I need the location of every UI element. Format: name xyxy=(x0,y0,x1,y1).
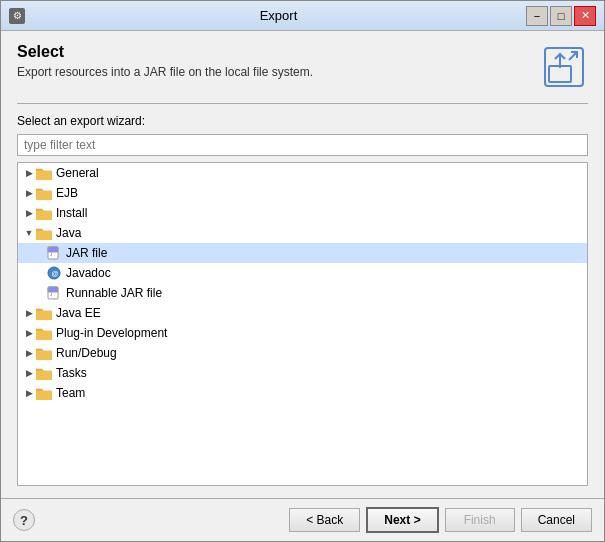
folder-icon-tasks xyxy=(36,365,52,381)
export-window: ⚙ Export − □ ✕ Select Export resources i… xyxy=(0,0,605,542)
page-subtitle: Export resources into a JAR file on the … xyxy=(17,65,530,79)
cancel-button[interactable]: Cancel xyxy=(521,508,592,532)
tree-label-jar-file: JAR file xyxy=(66,246,107,260)
tree-item-general[interactable]: General xyxy=(18,163,587,183)
folder-icon-ejb xyxy=(36,185,52,201)
folder-icon-run-debug xyxy=(36,345,52,361)
svg-rect-1 xyxy=(549,66,571,82)
tree-arrow-java-ee xyxy=(22,306,36,320)
finish-button[interactable]: Finish xyxy=(445,508,515,532)
window-icon: ⚙ xyxy=(9,8,25,24)
main-content: Select Export resources into a JAR file … xyxy=(1,31,604,498)
tree-label-plugin-dev: Plug-in Development xyxy=(56,326,167,340)
folder-icon-java-ee xyxy=(36,305,52,321)
tree-item-javadoc[interactable]: @ Javadoc xyxy=(18,263,587,283)
file-icon-runnable-jar: J xyxy=(46,285,62,301)
tree-arrow-tasks xyxy=(22,366,36,380)
tree-arrow-install xyxy=(22,206,36,220)
filter-label: Select an export wizard: xyxy=(17,114,588,128)
folder-icon-plugin-dev xyxy=(36,325,52,341)
tree-label-tasks: Tasks xyxy=(56,366,87,380)
tree-arrow-java xyxy=(22,226,36,240)
tree-item-team[interactable]: Team xyxy=(18,383,587,403)
tree-arrow-run-debug xyxy=(22,346,36,360)
tree-item-runnable-jar[interactable]: J Runnable JAR file xyxy=(18,283,587,303)
page-title: Select xyxy=(17,43,530,61)
tree-arrow-team xyxy=(22,386,36,400)
svg-line-3 xyxy=(569,52,577,60)
export-icon xyxy=(540,43,588,91)
folder-icon-general xyxy=(36,165,52,181)
back-button[interactable]: < Back xyxy=(289,508,360,532)
tree-item-ejb[interactable]: EJB xyxy=(18,183,587,203)
tree-item-install[interactable]: Install xyxy=(18,203,587,223)
folder-icon-install xyxy=(36,205,52,221)
maximize-button[interactable]: □ xyxy=(550,6,572,26)
file-icon-javadoc: @ xyxy=(46,265,62,281)
filter-input[interactable] xyxy=(17,134,588,156)
title-bar: ⚙ Export − □ ✕ xyxy=(1,1,604,31)
tree-arrow-ejb xyxy=(22,186,36,200)
tree-label-install: Install xyxy=(56,206,87,220)
minimize-button[interactable]: − xyxy=(526,6,548,26)
window-controls: − □ ✕ xyxy=(526,6,596,26)
next-button[interactable]: Next > xyxy=(366,507,438,533)
tree-item-java[interactable]: Java xyxy=(18,223,587,243)
tree-item-plugin-dev[interactable]: Plug-in Development xyxy=(18,323,587,343)
tree-arrow-plugin-dev xyxy=(22,326,36,340)
window-title: Export xyxy=(31,8,526,23)
tree-item-jar-file[interactable]: J JAR file xyxy=(18,243,587,263)
tree-label-java: Java xyxy=(56,226,81,240)
svg-text:@: @ xyxy=(52,270,59,277)
file-icon-jar: J xyxy=(46,245,62,261)
tree-arrow-general xyxy=(22,166,36,180)
header-separator xyxy=(17,103,588,104)
svg-text:J: J xyxy=(50,292,52,297)
tree-label-ejb: EJB xyxy=(56,186,78,200)
close-button[interactable]: ✕ xyxy=(574,6,596,26)
export-svg-icon xyxy=(543,46,585,88)
tree-container[interactable]: General EJB Install xyxy=(17,162,588,486)
header-section: Select Export resources into a JAR file … xyxy=(17,43,588,91)
help-button[interactable]: ? xyxy=(13,509,35,531)
tree-item-run-debug[interactable]: Run/Debug xyxy=(18,343,587,363)
folder-icon-java xyxy=(36,225,52,241)
tree-label-java-ee: Java EE xyxy=(56,306,101,320)
header-text: Select Export resources into a JAR file … xyxy=(17,43,530,79)
footer: ? < Back Next > Finish Cancel xyxy=(1,498,604,541)
svg-text:J: J xyxy=(50,252,52,257)
tree-label-team: Team xyxy=(56,386,85,400)
tree-label-run-debug: Run/Debug xyxy=(56,346,117,360)
tree-label-general: General xyxy=(56,166,99,180)
tree-label-javadoc: Javadoc xyxy=(66,266,111,280)
tree-item-java-ee[interactable]: Java EE xyxy=(18,303,587,323)
folder-icon-team xyxy=(36,385,52,401)
tree-item-tasks[interactable]: Tasks xyxy=(18,363,587,383)
tree-label-runnable-jar: Runnable JAR file xyxy=(66,286,162,300)
